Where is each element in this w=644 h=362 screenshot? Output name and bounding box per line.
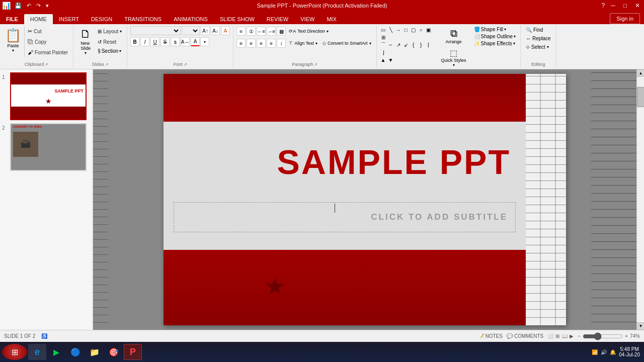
undo-button[interactable]: ↶ — [26, 3, 32, 9]
font-color-dropdown[interactable]: ▾ — [200, 37, 209, 46]
tab-file[interactable]: FILE — [0, 14, 24, 24]
shape-fill-button[interactable]: 🪣 Shape Fill ▾ — [472, 26, 517, 33]
shape-line[interactable]: ╲ — [387, 26, 394, 33]
slide-img-2[interactable]: CONVERT TO JPEG 🏔 — [10, 123, 87, 171]
tab-animations[interactable]: ANIMATIONS — [168, 14, 214, 24]
shapes-scroll-down[interactable]: ▼ — [387, 56, 394, 63]
numbering-button[interactable]: ① — [247, 27, 256, 36]
select-dropdown[interactable]: ▾ — [547, 45, 549, 49]
quick-styles-button[interactable]: ⬚ Quick Styles ▾ — [438, 47, 469, 69]
decrease-font-button[interactable]: A↓ — [211, 26, 220, 35]
underline-button[interactable]: U — [150, 37, 159, 46]
shape-more[interactable]: ⊞ — [380, 34, 387, 41]
convert-smartart-dropdown[interactable]: ▾ — [369, 41, 371, 46]
slide-thumb-1[interactable]: 1 SAMPLE PPT ★ — [2, 72, 91, 120]
minimize-button[interactable]: ─ — [609, 2, 617, 9]
shape-fill-dropdown[interactable]: ▾ — [504, 27, 506, 32]
shape-effects-dropdown[interactable]: ▾ — [513, 41, 515, 46]
font-name-select[interactable] — [130, 26, 181, 35]
save-button[interactable]: 💾 — [14, 3, 23, 9]
section-button[interactable]: § Section ▾ — [96, 47, 124, 55]
section-dropdown[interactable]: ▾ — [119, 49, 121, 53]
shape-bracket2[interactable]: } — [418, 41, 425, 48]
align-text-dropdown[interactable]: ▾ — [315, 41, 317, 46]
format-painter-button[interactable]: 🖌 Format Painter — [26, 47, 70, 57]
bullets-button[interactable]: ≡ — [236, 27, 246, 36]
zoom-slider[interactable] — [583, 334, 623, 338]
select-button[interactable]: ⊹ Select ▾ — [524, 43, 553, 51]
slides-expand-icon[interactable]: ↗ — [105, 62, 109, 67]
font-expand-icon[interactable]: ↗ — [184, 62, 187, 67]
font-color-button[interactable]: A — [191, 37, 200, 46]
clear-format-button[interactable]: A — [221, 26, 230, 35]
shadow-button[interactable]: s — [171, 37, 180, 46]
text-direction-dropdown[interactable]: ▾ — [327, 29, 329, 34]
shape-oval[interactable]: ○ — [418, 26, 425, 33]
shape-bracket1[interactable]: { — [410, 41, 417, 48]
shape-effects-button[interactable]: ✨ Shape Effects ▾ — [472, 40, 517, 47]
start-button[interactable]: ⊞ — [2, 344, 27, 360]
shape-connector3[interactable]: ↗ — [395, 41, 402, 48]
new-slide-dropdown[interactable]: ▾ — [85, 51, 87, 55]
slide-subtitle-box[interactable]: CLICK TO ADD SUBTITLE — [174, 202, 516, 232]
taskbar-app-media[interactable]: ▶ — [47, 344, 65, 360]
taskbar-app-chrome[interactable]: 🔵 — [66, 344, 85, 360]
tab-home[interactable]: HOME — [24, 14, 53, 24]
tab-view[interactable]: VIEW — [294, 14, 320, 24]
find-button[interactable]: 🔍 Find — [524, 26, 553, 34]
paste-dropdown-icon[interactable]: ▾ — [12, 48, 14, 53]
reset-button[interactable]: ↺ Reset — [96, 37, 124, 47]
replace-button[interactable]: ↔ Replace — [524, 35, 553, 42]
comments-button[interactable]: 💬 COMMENTS — [507, 333, 543, 339]
taskbar-app-explorer[interactable]: 📁 — [86, 344, 104, 360]
align-text-button[interactable]: ⊤ Align Text ▾ — [287, 38, 319, 48]
convert-smartart-button[interactable]: ◇ Convert to SmartArt ▾ — [320, 38, 373, 48]
bold-button[interactable]: B — [130, 37, 139, 46]
shape-arrow[interactable]: → — [395, 26, 402, 33]
increase-indent-button[interactable]: →≡ — [267, 27, 276, 36]
reading-view-button[interactable]: 📖 — [561, 333, 568, 339]
shape-rounded[interactable]: ▣ — [425, 26, 432, 33]
align-left-button[interactable]: ≡ — [236, 39, 246, 48]
zoom-in-button[interactable]: + — [625, 333, 628, 339]
tab-mix[interactable]: MIX — [320, 14, 343, 24]
sign-in-button[interactable]: Sign in — [610, 13, 640, 24]
presenter-view-button[interactable]: ▶ — [570, 333, 574, 339]
shape-outline-button[interactable]: ⬜ Shape Outline ▾ — [472, 33, 517, 40]
close-button[interactable]: ✕ — [633, 2, 642, 9]
shape-outline-dropdown[interactable]: ▾ — [514, 34, 516, 39]
shape-bracket3[interactable]: ⌈ — [425, 41, 432, 48]
scroll-thumb[interactable] — [637, 87, 644, 107]
zoom-out-button[interactable]: − — [578, 333, 581, 339]
shapes-scroll-up[interactable]: ▲ — [380, 56, 387, 63]
shape-rect3[interactable]: ▢ — [410, 26, 417, 33]
layout-dropdown[interactable]: ▾ — [120, 29, 122, 34]
paragraph-expand-icon[interactable]: ↗ — [314, 62, 317, 67]
notes-button[interactable]: 📝 NOTES — [478, 333, 503, 339]
scroll-down-button[interactable]: ▼ — [637, 322, 644, 330]
scroll-up-button[interactable]: ▲ — [637, 69, 644, 77]
font-size-select[interactable] — [182, 26, 200, 35]
shape-connector1[interactable]: ⌒ — [380, 41, 387, 48]
arrange-button[interactable]: ⧉ Arrange — [438, 26, 469, 46]
clock[interactable]: 5:48 PM 04-Jul-20 — [619, 346, 640, 357]
strikethrough-button[interactable]: S — [160, 37, 170, 46]
char-spacing-button[interactable]: A↔ — [181, 37, 190, 46]
align-right-button[interactable]: ≡ — [257, 39, 266, 48]
tab-transitions[interactable]: TRANSITIONS — [118, 14, 168, 24]
center-button[interactable]: ≡ — [247, 39, 256, 48]
help-button[interactable]: ? — [602, 2, 605, 9]
slide-img-1[interactable]: SAMPLE PPT ★ — [10, 72, 87, 120]
slide-canvas[interactable]: SAMPLE PPT CLICK TO ADD SUBTITLE ★ — [164, 74, 566, 325]
increase-font-button[interactable]: A↑ — [201, 26, 210, 35]
clipboard-expand-icon[interactable]: ↗ — [45, 62, 48, 67]
taskbar-app-powerpoint-thumb[interactable]: 🎯 — [105, 344, 123, 360]
paste-button[interactable]: 📋 Paste ▾ — [3, 26, 25, 57]
layout-button[interactable]: ⊞ Layout ▾ — [96, 26, 124, 36]
shape-connector4[interactable]: ↙ — [403, 41, 410, 48]
slide-thumb-2[interactable]: 2 CONVERT TO JPEG 🏔 — [2, 123, 91, 171]
quick-styles-dropdown[interactable]: ▾ — [453, 63, 455, 67]
text-direction-button[interactable]: ⟳A Text Direction ▾ — [287, 26, 331, 36]
tab-review[interactable]: REVIEW — [261, 14, 294, 24]
decrease-indent-button[interactable]: ←≡ — [257, 27, 266, 36]
